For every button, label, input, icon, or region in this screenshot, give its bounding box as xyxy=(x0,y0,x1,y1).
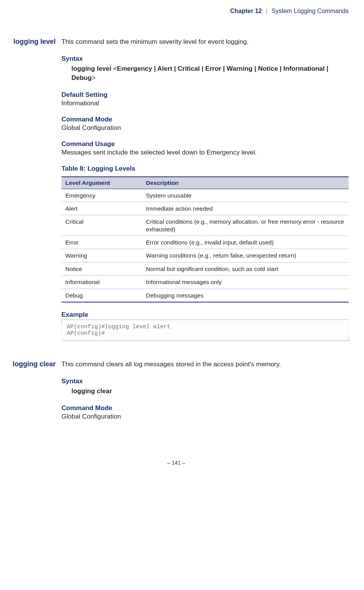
logging-levels-table: Level Argument Description EmergencySyst… xyxy=(61,176,349,302)
table-row: ErrorError conditions (e.g., invalid inp… xyxy=(61,236,349,249)
table-row: CriticalCritical conditions (e.g., memor… xyxy=(61,215,349,236)
chapter-label: Chapter 12 xyxy=(230,8,262,14)
syntax-heading: Syntax xyxy=(61,377,349,385)
level-arg: Warning xyxy=(61,249,142,262)
example-heading: Example xyxy=(61,311,349,319)
level-desc: Normal but significant condition, such a… xyxy=(142,262,349,275)
table-title: Table 8: Logging Levels xyxy=(61,165,349,173)
command-usage-heading: Command Usage xyxy=(61,140,349,148)
level-desc: Immediate action needed xyxy=(142,202,349,215)
command-mode-heading: Command Mode xyxy=(61,116,349,123)
page-number: – 141 – xyxy=(4,460,349,466)
syntax-line: logging clear xyxy=(71,387,349,396)
level-desc: System unusable xyxy=(142,189,349,202)
level-arg: Alert xyxy=(61,202,142,215)
table-row: EmergencySystem unusable xyxy=(61,189,349,202)
table-row: NoticeNormal but significant condition, … xyxy=(61,262,349,275)
table-header-arg: Level Argument xyxy=(61,177,142,189)
syntax-keyword: logging clear xyxy=(71,387,112,395)
table-row: InformationalInformational messages only xyxy=(61,276,349,289)
syntax-bracket-open: < xyxy=(113,65,117,72)
command-mode-heading: Command Mode xyxy=(61,404,349,412)
default-setting-value: Informational xyxy=(61,100,349,107)
syntax-line: logging level <Emergency | Alert | Criti… xyxy=(71,64,349,83)
default-setting-heading: Default Setting xyxy=(61,91,349,99)
command-name-logging-level: logging level xyxy=(4,38,56,360)
level-desc: Critical conditions (e.g., memory alloca… xyxy=(142,215,349,236)
level-arg: Notice xyxy=(61,262,142,275)
level-desc: Warning conditions (e.g., return false, … xyxy=(142,249,349,262)
table-row: AlertImmediate action needed xyxy=(61,202,349,215)
level-desc: Error conditions (e.g., invalid input, d… xyxy=(142,236,349,249)
header-separator: | xyxy=(263,8,270,14)
example-code-block: AP(config)#logging level alert AP(config… xyxy=(61,319,349,341)
table-row: WarningWarning conditions (e.g., return … xyxy=(61,249,349,262)
command-description: This command clears all log messages sto… xyxy=(61,360,349,369)
level-arg: Emergency xyxy=(61,189,142,202)
table-header-desc: Description xyxy=(142,177,349,189)
chapter-title: System Logging Commands xyxy=(271,8,349,14)
level-arg: Critical xyxy=(61,215,142,236)
table-row: DebugDebugging messages xyxy=(61,289,349,302)
command-name-logging-clear: logging clear xyxy=(4,360,56,429)
syntax-heading: Syntax xyxy=(61,55,349,63)
command-mode-value: Global Configuration xyxy=(61,124,349,132)
level-desc: Debugging messages xyxy=(142,289,349,302)
syntax-keyword: logging level xyxy=(71,65,111,72)
level-arg: Informational xyxy=(61,276,142,289)
level-arg: Error xyxy=(61,236,142,249)
syntax-bracket-close: > xyxy=(92,74,96,81)
level-desc: Informational messages only xyxy=(142,276,349,289)
command-usage-value: Messages sent include the selected level… xyxy=(61,149,349,156)
level-arg: Debug xyxy=(61,289,142,302)
command-mode-value: Global Configuration xyxy=(61,413,349,420)
command-description: This command sets the minimum severity l… xyxy=(61,38,349,47)
page-header: Chapter 12 | System Logging Commands xyxy=(4,8,349,15)
